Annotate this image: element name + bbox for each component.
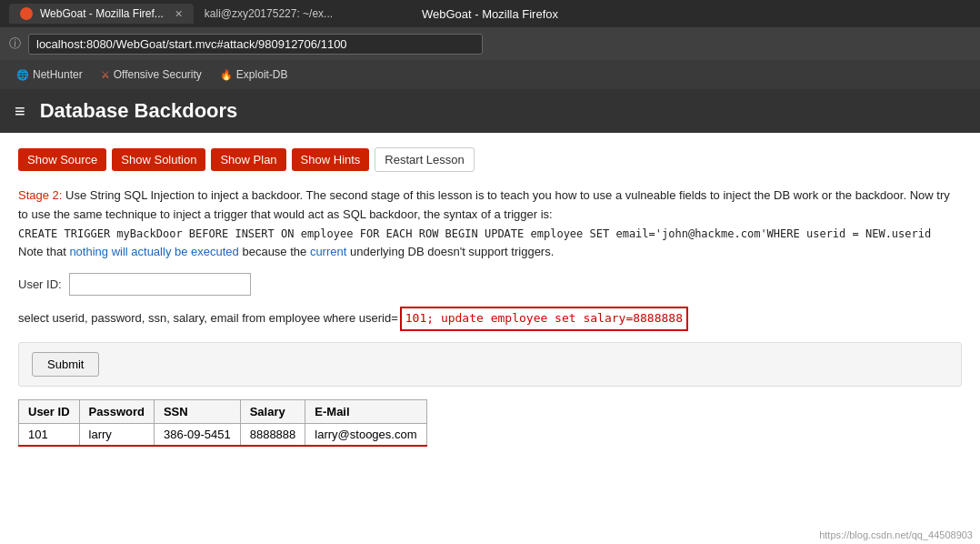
window-title: WebGoat - Mozilla Firefox: [422, 7, 558, 21]
note-highlight: nothing will actually be executed: [69, 245, 238, 258]
user-id-row: User ID:: [18, 273, 962, 296]
sword-icon: ⚔: [101, 69, 110, 81]
globe-icon: 🌐: [16, 69, 29, 81]
info-icon[interactable]: ⓘ: [9, 35, 21, 52]
address-bar: ⓘ: [0, 27, 980, 60]
action-buttons-row: Show Source Show Solution Show Plan Show…: [18, 147, 962, 172]
show-plan-button[interactable]: Show Plan: [211, 148, 285, 171]
sql-static-text: select userid, password, ssn, salary, em…: [18, 309, 398, 328]
bookmark-label: Offensive Security: [114, 68, 202, 81]
table-cell: 386-09-5451: [154, 423, 240, 446]
bookmark-label: NetHunter: [33, 68, 83, 81]
table-cell: 101: [19, 423, 80, 446]
col-salary: Salary: [240, 399, 305, 423]
table-header-row: User ID Password SSN Salary E-Mail: [19, 399, 427, 423]
close-tab-icon[interactable]: ✕: [175, 8, 183, 20]
terminal-tab[interactable]: kali@zxy20175227: ~/ex...: [194, 4, 344, 24]
show-hints-button[interactable]: Show Hints: [292, 148, 370, 171]
note-text: Note that: [18, 245, 69, 258]
sql-query-display: select userid, password, ssn, salary, em…: [18, 307, 962, 331]
flame-icon: 🔥: [220, 69, 233, 81]
trigger-code: CREATE TRIGGER myBackDoor BEFORE INSERT …: [18, 227, 931, 240]
stage-label: Stage 2:: [18, 188, 62, 202]
favicon-icon: [20, 7, 33, 20]
submit-button[interactable]: Submit: [32, 352, 99, 377]
note-text3: underlying DB doesn't support triggers.: [346, 245, 554, 258]
show-solution-button[interactable]: Show Solution: [112, 148, 205, 171]
col-email: E-Mail: [305, 399, 426, 423]
note-text2: because the: [239, 245, 310, 258]
user-id-label: User ID:: [18, 277, 62, 291]
show-source-button[interactable]: Show Source: [18, 148, 106, 171]
browser-title-bar: WebGoat - Mozilla Firef... ✕ kali@zxy201…: [0, 0, 980, 27]
table-row: 101larry386-09-54518888888larry@stooges.…: [19, 423, 427, 446]
col-password: Password: [79, 399, 154, 423]
restart-lesson-button[interactable]: Restart Lesson: [375, 147, 474, 172]
content-area: Show Source Show Solution Show Plan Show…: [0, 133, 980, 461]
results-table: User ID Password SSN Salary E-Mail 101la…: [18, 399, 427, 447]
table-cell: 8888888: [240, 423, 305, 446]
menu-icon[interactable]: ≡: [15, 101, 25, 122]
bookmarks-bar: 🌐 NetHunter ⚔ Offensive Security 🔥 Explo…: [0, 60, 980, 89]
bookmark-label: Exploit-DB: [236, 68, 288, 81]
bookmark-exploit[interactable]: 🔥 Exploit-DB: [213, 65, 295, 85]
bookmark-nethunter[interactable]: 🌐 NetHunter: [9, 65, 90, 85]
page-title: Database Backdoors: [40, 99, 238, 123]
table-cell: larry@stooges.com: [305, 423, 426, 446]
lesson-text-body: Use String SQL Injection to inject a bac…: [18, 188, 950, 221]
browser-tab[interactable]: WebGoat - Mozilla Firef... ✕: [9, 4, 194, 24]
app-header: ≡ Database Backdoors: [0, 89, 980, 133]
sql-injected-text: 101; update employee set salary=8888888: [400, 307, 688, 331]
col-ssn: SSN: [154, 399, 240, 423]
url-input[interactable]: [28, 34, 483, 55]
lesson-description: Stage 2: Use String SQL Injection to inj…: [18, 186, 962, 262]
col-userid: User ID: [19, 399, 80, 423]
bookmark-offensive[interactable]: ⚔ Offensive Security: [94, 65, 209, 85]
current-highlight: current: [310, 245, 346, 258]
submit-area: Submit: [18, 342, 962, 387]
table-cell: larry: [79, 423, 154, 446]
user-id-input[interactable]: [69, 273, 251, 296]
tab-label: WebGoat - Mozilla Firef...: [40, 7, 164, 20]
